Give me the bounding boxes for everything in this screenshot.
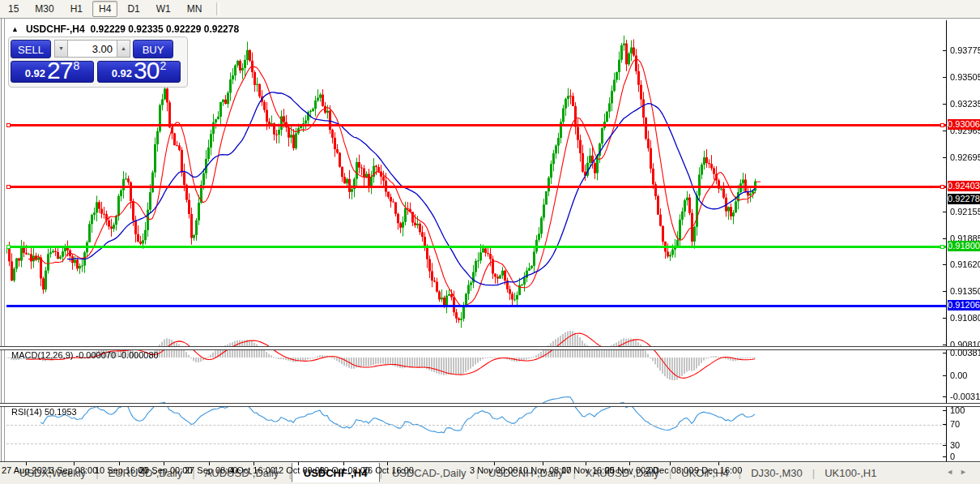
- price-tick-mark: [943, 157, 946, 158]
- tab-scroll-right-icon[interactable]: ►: [960, 468, 974, 476]
- timeframe-button-d1[interactable]: D1: [121, 1, 146, 17]
- price-badge-0.91206: 0.91206: [948, 300, 980, 311]
- chart-title-row: ▲ USDCHF-,H4 0.92229 0.92335 0.92229 0.9…: [11, 24, 239, 35]
- price-tick-mark: [943, 212, 946, 212]
- date-tick-label: 2 Dec 08:00: [646, 465, 693, 475]
- resistance-line-0.92403[interactable]: [6, 186, 946, 188]
- price-tick-mark: [943, 345, 946, 345]
- support-line-0.91206[interactable]: [6, 305, 946, 307]
- timeframe-button-h1[interactable]: H1: [64, 1, 89, 17]
- macd-indicator-label: MACD(12,26,9) -0.000070 -0.000080: [11, 350, 159, 360]
- date-tick-label: 4 Oct 16:00: [229, 465, 275, 475]
- date-tick-mark: [298, 462, 299, 465]
- line-handle-left[interactable]: [6, 185, 11, 189]
- date-tick-label: 26 Oct 16:00: [363, 465, 414, 475]
- date-tick-mark: [543, 462, 543, 465]
- date-tick-mark: [718, 462, 719, 465]
- line-handle-left[interactable]: [6, 245, 11, 249]
- chart-symbol-title: USDCHF-,H4: [26, 24, 85, 35]
- rsi-indicator-label: RSI(14) 50.1953: [11, 407, 77, 417]
- date-tick-mark: [494, 462, 495, 465]
- resistance-line-0.93006[interactable]: [6, 124, 946, 126]
- timeframe-button-w1[interactable]: W1: [150, 1, 177, 17]
- buy-price-pip: 2: [160, 59, 166, 72]
- volume-input[interactable]: [68, 40, 117, 58]
- timeframe-button-m30[interactable]: M30: [28, 1, 60, 17]
- rsi-tick-label: 30: [950, 440, 960, 450]
- date-tick-mark: [209, 462, 210, 465]
- date-tick-mark: [629, 462, 630, 465]
- price-tick-label: 0.93235: [950, 99, 980, 109]
- macd-tick-mark: [943, 375, 946, 376]
- pane-separator-rsi[interactable]: [0, 403, 980, 407]
- chart-ohlc-values: 0.92229 0.92335 0.92229 0.92278: [91, 24, 240, 35]
- macd-tick-label: 0.003811: [950, 348, 980, 358]
- date-tick-mark: [119, 462, 120, 465]
- panel-collapse-icon[interactable]: ▲: [11, 25, 19, 33]
- line-handle-left[interactable]: [6, 123, 11, 127]
- date-tick-label: 3 Sep 08:00: [49, 465, 97, 475]
- price-tick-label: 0.91350: [950, 286, 980, 296]
- sell-button[interactable]: SELL: [11, 40, 51, 58]
- buy-price-main: 30: [134, 60, 159, 81]
- rsi-level-line: [6, 425, 946, 426]
- price-tick-mark: [943, 291, 946, 292]
- macd-tick-mark: [943, 396, 946, 397]
- timeframe-button-15[interactable]: 15: [2, 1, 25, 17]
- date-tick-mark: [254, 462, 254, 465]
- date-tick-label: 27 Aug 2021: [2, 465, 52, 475]
- date-axis-separator: [0, 461, 980, 463]
- timeframe-button-h4[interactable]: H4: [92, 1, 117, 17]
- price-tick-label: 0.92155: [950, 207, 980, 216]
- volume-decrease-icon[interactable]: ▼: [54, 40, 68, 58]
- buy-button[interactable]: BUY: [133, 40, 173, 58]
- support-line-0.91800[interactable]: [6, 246, 946, 248]
- sell-price-main: 27: [47, 60, 72, 81]
- rsi-tick-mark: [943, 445, 946, 446]
- price-badge-0.92278: 0.92278: [948, 194, 980, 204]
- date-tick-mark: [670, 462, 671, 465]
- price-tick-mark: [943, 104, 946, 105]
- rsi-tick-mark: [943, 456, 946, 457]
- date-tick-mark: [74, 462, 75, 465]
- line-handle-right[interactable]: [940, 123, 944, 127]
- price-badge-0.91800: 0.91800: [948, 241, 980, 251]
- line-handle-right[interactable]: [940, 185, 944, 189]
- date-tick-mark: [164, 462, 164, 465]
- date-tick-label: 3 Nov 00:00: [470, 465, 518, 475]
- timeframe-toolbar: 15M30H1H4D1W1MN: [0, 0, 980, 19]
- volume-increase-icon[interactable]: ▲: [117, 40, 130, 58]
- mt4-terminal: { "toolbar": { "timeframes": [ {"label":…: [0, 0, 980, 484]
- macd-tick-mark: [943, 353, 946, 353]
- price-tick-mark: [943, 264, 946, 265]
- sell-price-prefix: 0.92: [25, 67, 45, 79]
- price-tick-label: 0.92695: [950, 152, 980, 162]
- price-axis-line: [946, 20, 947, 462]
- date-tick-mark: [343, 462, 344, 465]
- date-tick-mark: [26, 462, 27, 465]
- buy-price-prefix: 0.92: [112, 67, 132, 79]
- price-badge-0.92403: 0.92403: [948, 181, 980, 191]
- date-tick-mark: [586, 462, 586, 465]
- line-handle-right[interactable]: [940, 245, 944, 249]
- price-tick-mark: [943, 50, 946, 51]
- volume-stepper: ▼ ▲: [54, 40, 130, 58]
- toolbar-separator: [216, 2, 219, 15]
- price-tick-label: 0.93775: [950, 45, 980, 55]
- tab-dj30-m30[interactable]: DJ30-,M30: [741, 465, 812, 482]
- price-badge-0.93006: 0.93006: [948, 119, 980, 130]
- timeframe-button-mn[interactable]: MN: [181, 1, 209, 17]
- sell-price-box[interactable]: 0.92 27 8: [11, 61, 94, 83]
- one-click-trading-panel: SELL ▼ ▲ BUY 0.92 27 8 0.92 30 2: [8, 36, 188, 88]
- date-tick-label: 9 Dec 16:00: [694, 465, 742, 475]
- price-tick-label: 0.91620: [950, 259, 980, 269]
- tab-uk100-h1[interactable]: UK100-,H1: [815, 465, 886, 482]
- rsi-tick-label: 0: [950, 452, 955, 461]
- rsi-tick-label: 100: [950, 405, 965, 415]
- tab-scroll-left-icon[interactable]: ◄: [946, 468, 960, 476]
- date-tick-label: 12 Oct 00:00: [274, 465, 325, 475]
- macd-tick-label: 0.00: [950, 370, 967, 380]
- price-tick-label: 0.91080: [950, 313, 980, 323]
- rsi-tick-mark: [943, 410, 946, 411]
- buy-price-box[interactable]: 0.92 30 2: [97, 61, 181, 83]
